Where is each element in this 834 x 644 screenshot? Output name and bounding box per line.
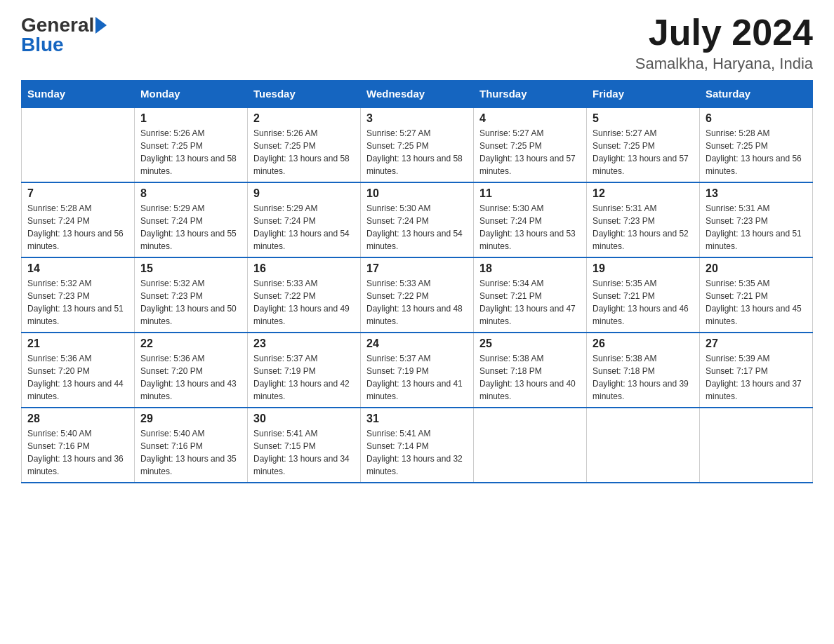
day-number: 17 [366, 262, 468, 275]
calendar-cell: 19Sunrise: 5:35 AMSunset: 7:21 PMDayligh… [587, 257, 700, 333]
calendar-cell: 22Sunrise: 5:36 AMSunset: 7:20 PMDayligh… [135, 333, 248, 408]
calendar-cell: 17Sunrise: 5:33 AMSunset: 7:22 PMDayligh… [361, 257, 474, 333]
calendar-cell: 9Sunrise: 5:29 AMSunset: 7:24 PMDaylight… [248, 182, 361, 257]
day-number: 2 [253, 112, 355, 125]
weekday-header-friday: Friday [587, 81, 700, 108]
day-info: Sunrise: 5:30 AMSunset: 7:24 PMDaylight:… [479, 202, 581, 253]
weekday-header-saturday: Saturday [700, 81, 813, 108]
calendar-cell: 28Sunrise: 5:40 AMSunset: 7:16 PMDayligh… [22, 408, 135, 483]
calendar-cell: 24Sunrise: 5:37 AMSunset: 7:19 PMDayligh… [361, 333, 474, 408]
calendar-cell: 8Sunrise: 5:29 AMSunset: 7:24 PMDaylight… [135, 182, 248, 257]
day-number: 15 [140, 262, 241, 275]
day-info: Sunrise: 5:37 AMSunset: 7:19 PMDaylight:… [366, 352, 468, 403]
day-info: Sunrise: 5:38 AMSunset: 7:18 PMDaylight:… [593, 352, 694, 403]
day-info: Sunrise: 5:36 AMSunset: 7:20 PMDaylight:… [140, 352, 241, 403]
day-info: Sunrise: 5:28 AMSunset: 7:24 PMDaylight:… [27, 202, 128, 253]
day-info: Sunrise: 5:31 AMSunset: 7:23 PMDaylight:… [706, 202, 807, 253]
day-info: Sunrise: 5:30 AMSunset: 7:24 PMDaylight:… [366, 202, 468, 253]
calendar-cell: 16Sunrise: 5:33 AMSunset: 7:22 PMDayligh… [248, 257, 361, 333]
day-info: Sunrise: 5:40 AMSunset: 7:16 PMDaylight:… [27, 427, 128, 478]
month-year: July 2024 [635, 14, 813, 51]
calendar-week-row-1: 1Sunrise: 5:26 AMSunset: 7:25 PMDaylight… [22, 107, 813, 182]
day-number: 8 [140, 187, 241, 200]
calendar-cell: 29Sunrise: 5:40 AMSunset: 7:16 PMDayligh… [135, 408, 248, 483]
day-number: 12 [593, 187, 694, 200]
day-info: Sunrise: 5:31 AMSunset: 7:23 PMDaylight:… [593, 202, 694, 253]
calendar-table: SundayMondayTuesdayWednesdayThursdayFrid… [21, 80, 813, 483]
calendar-cell: 23Sunrise: 5:37 AMSunset: 7:19 PMDayligh… [248, 333, 361, 408]
day-info: Sunrise: 5:38 AMSunset: 7:18 PMDaylight:… [479, 352, 581, 403]
page-header: General Blue July 2024 Samalkha, Haryana… [21, 14, 813, 73]
day-number: 26 [593, 337, 694, 350]
day-number: 19 [593, 262, 694, 275]
day-number: 11 [479, 187, 581, 200]
calendar-cell: 11Sunrise: 5:30 AMSunset: 7:24 PMDayligh… [474, 182, 587, 257]
calendar-cell: 7Sunrise: 5:28 AMSunset: 7:24 PMDaylight… [22, 182, 135, 257]
day-number: 4 [479, 112, 581, 125]
day-number: 5 [593, 112, 694, 125]
day-number: 31 [366, 412, 468, 425]
weekday-header-monday: Monday [135, 81, 248, 108]
calendar-cell: 12Sunrise: 5:31 AMSunset: 7:23 PMDayligh… [587, 182, 700, 257]
calendar-cell: 21Sunrise: 5:36 AMSunset: 7:20 PMDayligh… [22, 333, 135, 408]
logo-blue: Blue [21, 34, 64, 56]
calendar-cell [474, 408, 587, 483]
calendar-cell: 31Sunrise: 5:41 AMSunset: 7:14 PMDayligh… [361, 408, 474, 483]
calendar-week-row-2: 7Sunrise: 5:28 AMSunset: 7:24 PMDaylight… [22, 182, 813, 257]
calendar-cell: 6Sunrise: 5:28 AMSunset: 7:25 PMDaylight… [700, 107, 813, 182]
day-number: 3 [366, 112, 468, 125]
weekday-header-sunday: Sunday [22, 81, 135, 108]
day-info: Sunrise: 5:27 AMSunset: 7:25 PMDaylight:… [366, 127, 468, 177]
calendar-cell: 5Sunrise: 5:27 AMSunset: 7:25 PMDaylight… [587, 107, 700, 182]
day-number: 16 [253, 262, 355, 275]
calendar-cell: 3Sunrise: 5:27 AMSunset: 7:25 PMDaylight… [361, 107, 474, 182]
calendar-cell [700, 408, 813, 483]
calendar-week-row-4: 21Sunrise: 5:36 AMSunset: 7:20 PMDayligh… [22, 333, 813, 408]
day-info: Sunrise: 5:41 AMSunset: 7:14 PMDaylight:… [366, 427, 468, 478]
calendar-cell: 15Sunrise: 5:32 AMSunset: 7:23 PMDayligh… [135, 257, 248, 333]
logo: General Blue [21, 14, 108, 56]
day-info: Sunrise: 5:32 AMSunset: 7:23 PMDaylight:… [140, 277, 241, 328]
weekday-header-thursday: Thursday [474, 81, 587, 108]
logo-arrow-icon [95, 17, 107, 34]
calendar-cell: 10Sunrise: 5:30 AMSunset: 7:24 PMDayligh… [361, 182, 474, 257]
calendar-cell [22, 107, 135, 182]
calendar-cell: 26Sunrise: 5:38 AMSunset: 7:18 PMDayligh… [587, 333, 700, 408]
day-info: Sunrise: 5:34 AMSunset: 7:21 PMDaylight:… [479, 277, 581, 328]
day-info: Sunrise: 5:35 AMSunset: 7:21 PMDaylight:… [593, 277, 694, 328]
day-number: 27 [706, 337, 807, 350]
day-number: 28 [27, 412, 128, 425]
day-number: 10 [366, 187, 468, 200]
logo-line2: Blue [21, 34, 64, 56]
weekday-header-wednesday: Wednesday [361, 81, 474, 108]
calendar-cell: 14Sunrise: 5:32 AMSunset: 7:23 PMDayligh… [22, 257, 135, 333]
day-number: 23 [253, 337, 355, 350]
weekday-header-tuesday: Tuesday [248, 81, 361, 108]
calendar-cell [587, 408, 700, 483]
day-info: Sunrise: 5:26 AMSunset: 7:25 PMDaylight:… [140, 127, 241, 177]
day-info: Sunrise: 5:35 AMSunset: 7:21 PMDaylight:… [706, 277, 807, 328]
calendar-cell: 18Sunrise: 5:34 AMSunset: 7:21 PMDayligh… [474, 257, 587, 333]
day-number: 9 [253, 187, 355, 200]
calendar-cell: 25Sunrise: 5:38 AMSunset: 7:18 PMDayligh… [474, 333, 587, 408]
day-info: Sunrise: 5:28 AMSunset: 7:25 PMDaylight:… [706, 127, 807, 177]
calendar-cell: 2Sunrise: 5:26 AMSunset: 7:25 PMDaylight… [248, 107, 361, 182]
day-info: Sunrise: 5:41 AMSunset: 7:15 PMDaylight:… [253, 427, 355, 478]
day-number: 14 [27, 262, 128, 275]
day-number: 20 [706, 262, 807, 275]
day-info: Sunrise: 5:33 AMSunset: 7:22 PMDaylight:… [253, 277, 355, 328]
day-info: Sunrise: 5:39 AMSunset: 7:17 PMDaylight:… [706, 352, 807, 403]
calendar-header-row: SundayMondayTuesdayWednesdayThursdayFrid… [22, 81, 813, 108]
calendar-cell: 13Sunrise: 5:31 AMSunset: 7:23 PMDayligh… [700, 182, 813, 257]
day-info: Sunrise: 5:26 AMSunset: 7:25 PMDaylight:… [253, 127, 355, 177]
location: Samalkha, Haryana, India [635, 55, 813, 73]
day-info: Sunrise: 5:27 AMSunset: 7:25 PMDaylight:… [479, 127, 581, 177]
calendar-cell: 30Sunrise: 5:41 AMSunset: 7:15 PMDayligh… [248, 408, 361, 483]
day-info: Sunrise: 5:37 AMSunset: 7:19 PMDaylight:… [253, 352, 355, 403]
day-number: 25 [479, 337, 581, 350]
calendar-cell: 27Sunrise: 5:39 AMSunset: 7:17 PMDayligh… [700, 333, 813, 408]
day-number: 7 [27, 187, 128, 200]
day-number: 29 [140, 412, 241, 425]
day-number: 30 [253, 412, 355, 425]
day-number: 24 [366, 337, 468, 350]
